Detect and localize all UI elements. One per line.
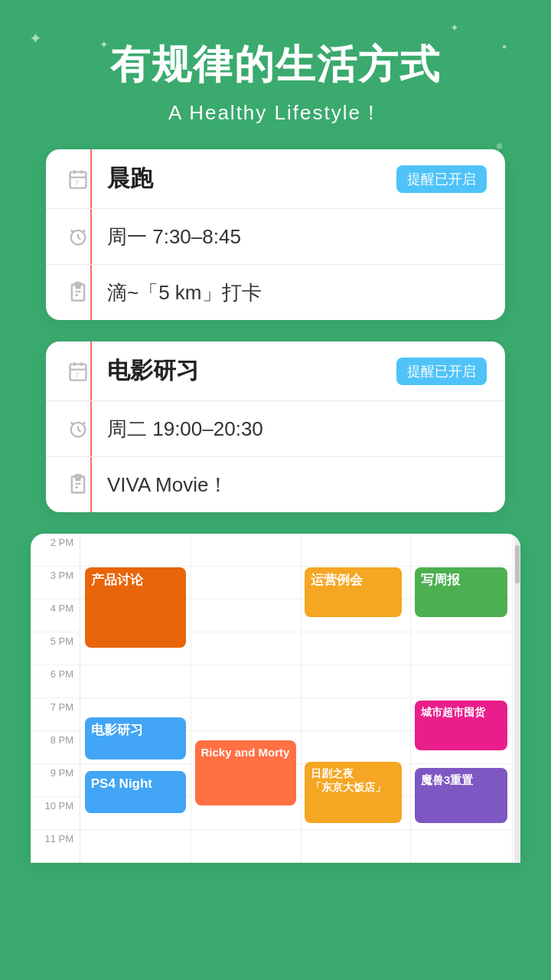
calendar-icon: 7 bbox=[64, 165, 92, 193]
time-slot-10pm: 10 PM bbox=[31, 797, 80, 830]
main-title-chinese: 有规律的生活方式 bbox=[31, 38, 520, 92]
red-accent-line bbox=[90, 341, 92, 400]
card1-title: 晨跑 bbox=[107, 163, 396, 194]
card1-time-row: 周一 7:30–8:45 bbox=[46, 209, 505, 265]
main-title-english: A Healthy Lifestyle！ bbox=[31, 100, 520, 126]
time-slot-3pm: 3 PM bbox=[31, 567, 80, 599]
time-slot-7pm: 7 PM bbox=[31, 698, 80, 731]
time-slot-11pm: 11 PM bbox=[31, 830, 80, 863]
event-ricky-morty[interactable]: Ricky and Morty bbox=[195, 740, 296, 805]
svg-line-9 bbox=[83, 230, 86, 232]
red-accent-line bbox=[90, 149, 92, 208]
svg-text:7: 7 bbox=[76, 180, 80, 187]
card1-title-row: 7 晨跑 提醒已开启 bbox=[46, 149, 505, 209]
red-accent-line bbox=[90, 401, 92, 456]
svg-line-8 bbox=[71, 230, 74, 232]
card2-time: 周二 19:00–20:30 bbox=[107, 416, 487, 443]
time-slot-8pm: 8 PM bbox=[31, 731, 80, 764]
clipboard-icon bbox=[64, 279, 92, 306]
event-ps4[interactable]: PS4 Night bbox=[85, 771, 186, 813]
red-accent-line bbox=[90, 265, 92, 320]
card2-title-row: 7 电影研习 提醒已开启 bbox=[46, 341, 505, 401]
event-chandao[interactable]: 产品讨论 bbox=[85, 567, 186, 648]
card1-note-row: 滴~「5 km」打卡 bbox=[46, 265, 505, 320]
scrollbar-track bbox=[514, 534, 520, 863]
alarm-icon bbox=[64, 223, 92, 250]
events-container: 产品讨论 运营例会 写周报 电影研习 城市超市囤货 Ricky and Mort… bbox=[80, 534, 520, 863]
time-slot-5pm: 5 PM bbox=[31, 632, 80, 665]
col-divider bbox=[410, 534, 411, 863]
movie-study-card: 7 电影研习 提醒已开启 周二 19:00–20:30 VIVA Movie！ bbox=[46, 341, 505, 512]
card2-note-row: VIVA Movie！ bbox=[46, 457, 505, 512]
col-divider bbox=[512, 534, 513, 863]
event-yunying[interactable]: 运营例会 bbox=[305, 567, 402, 617]
col-divider bbox=[191, 534, 191, 863]
card2-badge: 提醒已开启 bbox=[396, 358, 487, 385]
event-moshou[interactable]: 魔兽3重置 bbox=[415, 768, 507, 823]
time-column: 2 PM 3 PM 4 PM 5 PM 6 PM 7 PM 8 PM 9 PM … bbox=[31, 534, 80, 863]
red-accent-line bbox=[90, 209, 92, 264]
morning-run-card: 7 晨跑 提醒已开启 周一 7:30–8:45 滴~「5 km」打卡 bbox=[46, 149, 505, 320]
clipboard-icon bbox=[64, 471, 92, 498]
card1-badge: 提醒已开启 bbox=[396, 165, 487, 193]
alarm-icon bbox=[64, 415, 92, 443]
event-chaoihi[interactable]: 城市超市囤货 bbox=[415, 701, 507, 750]
time-slot-2pm: 2 PM bbox=[31, 534, 80, 567]
card2-note: VIVA Movie！ bbox=[107, 472, 487, 498]
card1-time: 周一 7:30–8:45 bbox=[107, 224, 487, 250]
card2-time-row: 周二 19:00–20:30 bbox=[46, 401, 505, 457]
event-rijuzhiye[interactable]: 日剧之夜「东京大饭店」 bbox=[305, 762, 402, 823]
page-header: 有规律的生活方式 A Healthy Lifestyle！ bbox=[0, 0, 551, 149]
calendar-icon: 7 bbox=[64, 358, 92, 385]
event-dianying[interactable]: 电影研习 bbox=[85, 717, 186, 760]
svg-line-7 bbox=[78, 237, 81, 239]
svg-line-23 bbox=[71, 423, 74, 424]
calendar-view: 2 PM 3 PM 4 PM 5 PM 6 PM 7 PM 8 PM 9 PM … bbox=[31, 534, 520, 863]
time-slot-6pm: 6 PM bbox=[31, 665, 80, 698]
card2-title: 电影研习 bbox=[107, 355, 396, 387]
time-slot-4pm: 4 PM bbox=[31, 599, 80, 632]
svg-line-24 bbox=[83, 423, 86, 424]
red-accent-line bbox=[90, 457, 92, 512]
svg-text:7: 7 bbox=[76, 372, 80, 379]
scrollbar-thumb[interactable] bbox=[515, 545, 520, 583]
calendar-grid: 2 PM 3 PM 4 PM 5 PM 6 PM 7 PM 8 PM 9 PM … bbox=[31, 534, 520, 863]
col-divider bbox=[301, 534, 302, 863]
event-zhoubao[interactable]: 写周报 bbox=[415, 567, 507, 617]
time-slot-9pm: 9 PM bbox=[31, 764, 80, 797]
svg-line-22 bbox=[78, 430, 81, 431]
card1-note: 滴~「5 km」打卡 bbox=[107, 279, 487, 306]
